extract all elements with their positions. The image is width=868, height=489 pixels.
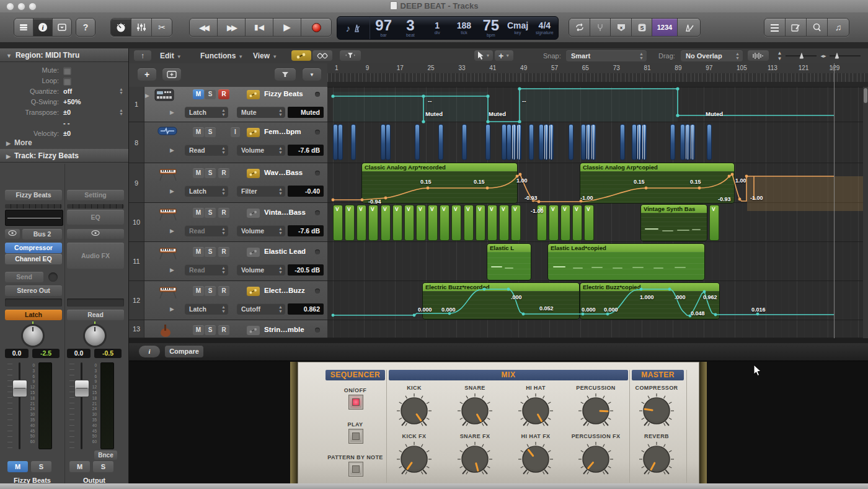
snare-fx-knob[interactable]: [456, 440, 494, 478]
solo-button[interactable]: S: [205, 247, 216, 257]
region-vintage-synth-bass[interactable]: Vintage Synth Bas: [641, 205, 707, 241]
track-row-fizzy-beats[interactable]: 1▶MSRFizzy Beats▶Latch▲▼Mute▲▼Muted: [129, 87, 327, 122]
mixer-button[interactable]: [131, 19, 152, 36]
audio-segment[interactable]: [591, 124, 596, 160]
automation-mode-dropdown[interactable]: Latch▲▼: [185, 107, 228, 118]
punch-button[interactable]: x: [611, 19, 632, 36]
duplicate-track-button[interactable]: [162, 68, 181, 81]
automation-value[interactable]: 0.862: [288, 303, 324, 315]
automation-icon[interactable]: [247, 169, 260, 178]
track-name[interactable]: Elect…Buzz: [264, 287, 305, 294]
audio-segment[interactable]: [680, 124, 685, 160]
param-value[interactable]: +50%: [63, 97, 81, 107]
send-knob[interactable]: [48, 272, 58, 282]
preview-play-icon[interactable]: ▶: [145, 92, 149, 99]
forward-button[interactable]: ▶▶: [218, 19, 246, 36]
mute-button[interactable]: M: [193, 247, 204, 257]
vintage-bass-segment[interactable]: V: [709, 205, 719, 241]
rewind-button[interactable]: ◀◀: [190, 19, 218, 36]
volume-fader[interactable]: [74, 380, 89, 397]
automation-param-dropdown[interactable]: Volume▲▼: [237, 225, 285, 236]
volume-fader[interactable]: [12, 380, 27, 397]
solo-button[interactable]: S: [205, 208, 216, 218]
automation-param-dropdown[interactable]: Volume▲▼: [237, 145, 285, 156]
audio-segment[interactable]: [529, 124, 534, 160]
track-filter-button[interactable]: [275, 68, 296, 81]
automation-disclosure-icon[interactable]: ▶: [170, 188, 174, 194]
group-slot[interactable]: [5, 298, 62, 307]
mute-button[interactable]: M: [7, 461, 28, 472]
pattern-by-note-button[interactable]: [348, 462, 363, 477]
audio-segment[interactable]: [632, 124, 637, 160]
track-inspector-header[interactable]: ▶Track: Fizzy Beats: [0, 149, 128, 163]
audio-fx-slot[interactable]: Audio FX: [67, 243, 124, 269]
solo-button[interactable]: S: [205, 89, 216, 99]
percussion-knob[interactable]: [577, 392, 615, 430]
track-row-strin-mble[interactable]: 13MSRStrin…mble: [129, 320, 327, 338]
arrange-area[interactable]: 191725334149576573818997105113121129: [327, 63, 868, 338]
automation-icon[interactable]: [247, 209, 260, 218]
audio-segment[interactable]: [642, 124, 647, 160]
snare-knob[interactable]: [456, 392, 494, 430]
solo-button[interactable]: S: [205, 168, 216, 178]
lcd-beat-cell[interactable]: 3beat: [397, 17, 423, 39]
play-button[interactable]: ▶: [273, 19, 301, 36]
vintage-bass-segment[interactable]: V: [356, 205, 366, 241]
vintage-bass-segment[interactable]: V: [584, 205, 594, 241]
automation-value[interactable]: -7.6 dB: [288, 145, 324, 156]
channel-setting-button[interactable]: Fizzy Beats: [5, 190, 62, 200]
record-enable-button[interactable]: R: [218, 325, 229, 335]
apple-loops-button[interactable]: [807, 19, 828, 36]
eye-icon[interactable]: [5, 229, 20, 239]
automation-param-dropdown[interactable]: Cutoff▲▼: [237, 303, 285, 315]
audio-segment[interactable]: [485, 124, 490, 160]
vertical-zoom-slider[interactable]: [786, 55, 817, 56]
eye-icon[interactable]: [67, 229, 124, 239]
compare-button[interactable]: Compare: [165, 346, 203, 357]
audio-segment[interactable]: [512, 124, 516, 160]
automation-disclosure-icon[interactable]: ▶: [170, 147, 174, 153]
automation-mode-dropdown[interactable]: Read▲▼: [185, 264, 228, 276]
add-track-button[interactable]: +: [138, 68, 156, 81]
eq-slot[interactable]: EQ: [67, 210, 124, 225]
automation-value[interactable]: -7.6 dB: [288, 225, 324, 236]
audio-segment[interactable]: [685, 124, 690, 160]
audio-segment[interactable]: [516, 124, 521, 160]
vintage-bass-segment[interactable]: V: [464, 205, 474, 241]
view-menu[interactable]: View▼: [253, 48, 277, 63]
automation-mode-dropdown[interactable]: Read▲▼: [185, 225, 228, 236]
vintage-bass-segment[interactable]: V: [404, 205, 414, 241]
mute-button[interactable]: M: [193, 208, 204, 218]
editors-button[interactable]: ✂: [152, 19, 172, 36]
automation-param-dropdown[interactable]: Volume▲▼: [237, 264, 285, 276]
hide-inspector-button[interactable]: ↑: [134, 50, 151, 61]
audio-segment[interactable]: [544, 124, 549, 160]
insert-channel-eq[interactable]: Channel EQ: [5, 254, 62, 264]
audio-segment[interactable]: [502, 124, 507, 160]
lcd-key-cell[interactable]: Cmajkey: [504, 17, 531, 39]
vintage-bass-segment[interactable]: V: [499, 205, 509, 241]
vintage-bass-segment[interactable]: V: [451, 205, 461, 241]
count-in-button[interactable]: 1234: [652, 19, 678, 36]
vintage-bass-segment[interactable]: V: [368, 205, 378, 241]
record-enable-button[interactable]: R: [218, 89, 229, 99]
track-row-vinta-bass[interactable]: 10MSRVinta…Bass▶Read▲▼Volume▲▼-7.6 dB: [129, 203, 327, 242]
record-button[interactable]: [301, 19, 331, 36]
param-value[interactable]: ±0: [63, 108, 71, 117]
tuner-button[interactable]: [590, 19, 611, 36]
hi-hat-knob[interactable]: [516, 392, 555, 430]
vintage-bass-segment[interactable]: V: [416, 205, 426, 241]
automation-icon[interactable]: [247, 287, 260, 296]
zoom-sliders[interactable]: ▲▼ ◂▸: [774, 50, 864, 61]
compressor-knob[interactable]: [637, 392, 676, 430]
track-name[interactable]: Wav…Bass: [264, 169, 303, 176]
audio-segment[interactable]: [386, 124, 391, 160]
vintage-bass-segment[interactable]: V: [440, 205, 450, 241]
vintage-bass-segment[interactable]: V: [428, 205, 438, 241]
inspector-button[interactable]: i: [33, 19, 53, 36]
metronome-button[interactable]: [678, 19, 700, 36]
track-name[interactable]: Elastic Lead: [264, 248, 306, 255]
param-value[interactable]: - -: [63, 119, 69, 128]
catch-playhead-button[interactable]: [340, 50, 361, 61]
record-enable-button[interactable]: R: [218, 286, 229, 296]
